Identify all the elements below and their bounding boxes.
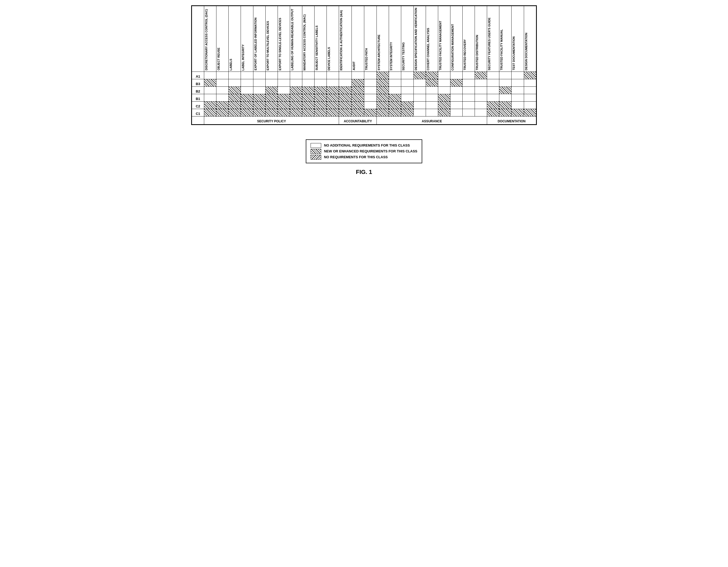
cell-B1-8 xyxy=(302,94,314,101)
category-0: SECURITY POLICY xyxy=(204,116,339,124)
cell-C2-9 xyxy=(315,101,327,109)
cell-B1-20 xyxy=(450,94,462,101)
header-text-24: TRUSTED FACILITY MANUAL xyxy=(499,29,504,71)
cell-C1-23 xyxy=(487,109,499,116)
cell-C1-10 xyxy=(327,109,339,116)
cell-B3-7 xyxy=(290,79,302,86)
cell-C1-8 xyxy=(302,109,314,116)
cell-C2-6 xyxy=(278,101,290,109)
cell-C1-19 xyxy=(438,109,450,116)
cell-B2-15 xyxy=(389,86,401,94)
cell-A1-14 xyxy=(377,72,389,79)
table-row-A1: A1 xyxy=(192,72,536,79)
cell-B1-0 xyxy=(204,94,216,101)
cell-B2-5 xyxy=(265,86,278,94)
header-col-20: CONFIGURATION MANAGEMENT xyxy=(450,6,462,72)
cell-A1-13 xyxy=(364,72,376,79)
cell-B3-12 xyxy=(352,79,364,86)
cell-B3-3 xyxy=(241,79,253,86)
cell-C2-2 xyxy=(229,101,241,109)
category-1: ACCOUNTABILITY xyxy=(339,116,377,124)
cell-A1-1 xyxy=(216,72,229,79)
header-text-2: LABELS xyxy=(229,58,233,71)
cell-B1-18 xyxy=(426,94,438,101)
header-col-12: AUDIT xyxy=(352,6,364,72)
cell-B2-9 xyxy=(315,86,327,94)
cell-B1-9 xyxy=(315,94,327,101)
legend-text-1: NO ADDITIONAL REQUIREMENTS FOR THIS CLAS… xyxy=(324,143,410,147)
header-text-26: DESIGN DOCUMENTATION xyxy=(524,32,528,71)
cell-B3-13 xyxy=(364,79,376,86)
cell-C2-22 xyxy=(475,101,487,109)
security-table-wrapper: DISCRETIONARY ACCESS CONTROL (DAC)OBJECT… xyxy=(191,5,537,125)
row-label-C2: C2 xyxy=(192,101,204,109)
cell-B2-8 xyxy=(302,86,314,94)
cell-B2-11 xyxy=(339,86,352,94)
header-text-21: TRUSTED RECOVERY xyxy=(463,39,467,71)
header-text-10: DEVICE LABELS xyxy=(327,47,331,71)
cell-A1-19 xyxy=(438,72,450,79)
cell-C2-5 xyxy=(265,101,278,109)
header-text-15: SYSTEM INTEGRITY xyxy=(389,41,393,71)
header-col-23: SECURITY FEATURES USER'S GUIDE xyxy=(487,6,499,72)
header-col-4: EXPORT OF LABELED INFORMATION xyxy=(253,6,265,72)
category-3: DOCUMENTATION xyxy=(487,116,536,124)
cell-B3-16 xyxy=(401,79,413,86)
cell-B3-5 xyxy=(265,79,278,86)
cell-C1-13 xyxy=(364,109,376,116)
cell-B3-4 xyxy=(253,79,265,86)
cell-B3-17 xyxy=(413,79,426,86)
cell-C1-11 xyxy=(339,109,352,116)
legend-item-3: NO REQUIREMENTS FOR THIS CLASS xyxy=(311,155,417,160)
table-row-B2: B2 xyxy=(192,86,536,94)
header-col-7: LABELING OF HUMAN-READABLE OUTPUT xyxy=(290,6,302,72)
cell-B1-7 xyxy=(290,94,302,101)
cell-C2-12 xyxy=(352,101,364,109)
header-text-5: EXPORT TO MULTILEVEL DEVICES xyxy=(266,20,270,71)
header-text-13: TRUSTED PATH xyxy=(364,48,369,71)
category-label-spacer xyxy=(192,116,204,124)
cell-B1-17 xyxy=(413,94,426,101)
header-col-26: DESIGN DOCUMENTATION xyxy=(524,6,536,72)
cell-C1-6 xyxy=(278,109,290,116)
header-col-21: TRUSTED RECOVERY xyxy=(462,6,475,72)
cell-C2-7 xyxy=(290,101,302,109)
cell-A1-2 xyxy=(229,72,241,79)
cell-B2-2 xyxy=(229,86,241,94)
cell-C2-25 xyxy=(512,101,524,109)
cell-B1-12 xyxy=(352,94,364,101)
cell-B1-24 xyxy=(499,94,512,101)
header-text-22: TRUSTED DISTRIBUTION xyxy=(475,34,479,71)
cell-B1-2 xyxy=(229,94,241,101)
cell-C1-12 xyxy=(352,109,364,116)
cell-B1-25 xyxy=(512,94,524,101)
legend-swatch-hatch-left xyxy=(311,155,321,160)
cell-C1-26 xyxy=(524,109,536,116)
cell-B1-11 xyxy=(339,94,352,101)
cell-A1-5 xyxy=(265,72,278,79)
cell-B2-10 xyxy=(327,86,339,94)
cell-B1-3 xyxy=(241,94,253,101)
cell-B1-14 xyxy=(377,94,389,101)
header-col-15: SYSTEM INTEGRITY xyxy=(389,6,401,72)
cell-B1-10 xyxy=(327,94,339,101)
table-row-C2: C2 xyxy=(192,101,536,109)
header-text-6: EXPORT TO SINGLE-LEVEL DEVICES xyxy=(278,17,282,71)
cell-A1-17 xyxy=(413,72,426,79)
cell-B3-19 xyxy=(438,79,450,86)
cell-B1-15 xyxy=(389,94,401,101)
cell-B2-18 xyxy=(426,86,438,94)
header-spacer xyxy=(192,6,204,72)
legend-container: NO ADDITIONAL REQUIREMENTS FOR THIS CLAS… xyxy=(306,139,422,163)
cell-A1-8 xyxy=(302,72,314,79)
cell-C2-13 xyxy=(364,101,376,109)
cell-B2-13 xyxy=(364,86,376,94)
cell-A1-7 xyxy=(290,72,302,79)
cell-C1-25 xyxy=(512,109,524,116)
cell-B3-18 xyxy=(426,79,438,86)
cell-B1-23 xyxy=(487,94,499,101)
cell-A1-20 xyxy=(450,72,462,79)
cell-B2-20 xyxy=(450,86,462,94)
cell-B1-1 xyxy=(216,94,229,101)
header-text-16: SECURITY TESTING xyxy=(401,42,405,71)
